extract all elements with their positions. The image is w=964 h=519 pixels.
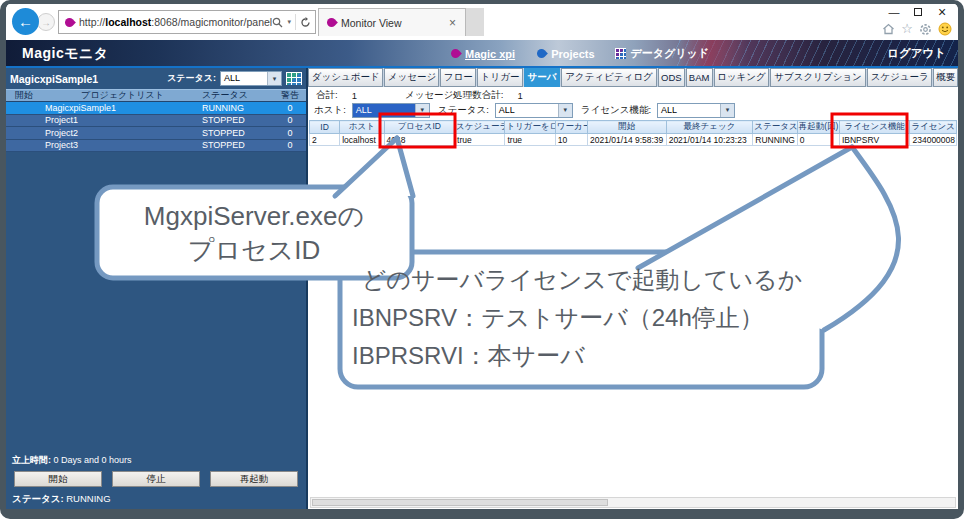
cell-license-feature: IBNPSRV bbox=[839, 134, 910, 146]
host-filter-label: ホスト: bbox=[314, 104, 346, 117]
col-status: ステータス bbox=[200, 89, 276, 102]
license-filter-select[interactable]: ALL▾ bbox=[657, 103, 735, 118]
browser-quick-icons: ☆ bbox=[882, 22, 952, 36]
projects-icon bbox=[535, 47, 548, 60]
gear-icon[interactable] bbox=[919, 23, 932, 36]
project-sidebar: MagicxpiSample1 ステータス: ALL ▾ 開始 プロジェクトリス… bbox=[6, 68, 308, 509]
window-controls: — × bbox=[882, 4, 954, 20]
messages-total-label: メッセージ処理数合計: bbox=[405, 89, 504, 102]
back-icon: ← bbox=[18, 13, 33, 30]
col-start: 開始 bbox=[6, 89, 42, 102]
logout-button[interactable]: ログアウト bbox=[887, 46, 946, 61]
tab-favicon bbox=[325, 16, 338, 29]
col-process-id: プロセスID bbox=[384, 121, 455, 134]
datagrid-icon bbox=[615, 48, 626, 59]
col-warnings: 警告 bbox=[276, 89, 304, 102]
col-project-list: プロジェクトリスト bbox=[42, 89, 200, 102]
tab-subscription[interactable]: サブスクリプション bbox=[770, 68, 866, 87]
refresh-icon[interactable] bbox=[300, 17, 311, 28]
project-row[interactable]: MagicxpiSample1 RUNNING 0 bbox=[6, 102, 306, 115]
status-filter-select[interactable]: ALL▾ bbox=[495, 103, 573, 118]
tab-ods[interactable]: ODS bbox=[658, 68, 685, 87]
nav-item-projects[interactable]: Projects bbox=[535, 48, 594, 60]
sidebar-status-filter-select[interactable]: ALL ▾ bbox=[220, 71, 282, 86]
nav-item-datagrid[interactable]: データグリッド bbox=[615, 46, 710, 61]
cell-id: 2 bbox=[310, 134, 340, 146]
total-value: 1 bbox=[352, 90, 357, 101]
new-tab-stub[interactable] bbox=[466, 8, 484, 36]
chevron-down-icon: ▾ bbox=[558, 104, 572, 117]
cell-workers: 10 bbox=[555, 134, 587, 146]
chevron-down-icon: ▾ bbox=[415, 104, 429, 117]
stop-button[interactable]: 停止 bbox=[112, 471, 200, 487]
cell-process-id: 4048 bbox=[384, 134, 455, 146]
cell-host: localhost bbox=[340, 134, 384, 146]
tab-flow[interactable]: フロー bbox=[440, 68, 476, 87]
col-host: ホスト bbox=[340, 121, 384, 134]
favorites-star-icon[interactable]: ☆ bbox=[901, 23, 913, 35]
smiley-icon[interactable] bbox=[938, 22, 952, 36]
project-row[interactable]: Project1 STOPPED 0 bbox=[6, 115, 306, 128]
app-header: Magicモニタ Magic xpi Projects データグリッド ログアウ… bbox=[6, 40, 958, 66]
screenshot-stage: ← → http://localhost:8068/magicmonitor/p… bbox=[0, 0, 964, 519]
forward-icon: → bbox=[41, 17, 51, 28]
col-trigger: トリガーをロ... bbox=[505, 121, 555, 134]
horizontal-scrollbar[interactable] bbox=[310, 497, 956, 508]
summary-row: 合計: 1 メッセージ処理数合計: 1 bbox=[308, 87, 958, 101]
col-scheduler: スケジューラを... bbox=[455, 121, 505, 134]
messages-total-value: 1 bbox=[517, 90, 522, 101]
cell-status: RUNNING bbox=[753, 134, 797, 146]
address-bar-divider bbox=[295, 14, 296, 30]
tab-close-icon[interactable]: × bbox=[446, 16, 459, 30]
tab-messages[interactable]: メッセージ bbox=[384, 68, 439, 87]
col-restarts: 再起動(回) bbox=[797, 121, 839, 134]
nav-item-magic-xpi[interactable]: Magic xpi bbox=[449, 48, 515, 60]
search-dropdown-icon[interactable]: ▾ bbox=[287, 18, 291, 26]
cell-start: 2021/01/14 9:58:39 bbox=[588, 134, 667, 146]
back-button[interactable]: ← bbox=[12, 8, 39, 35]
maximize-button[interactable] bbox=[906, 4, 930, 20]
license-filter-label: ライセンス機能: bbox=[581, 104, 651, 117]
forward-button[interactable]: → bbox=[37, 13, 55, 31]
start-button[interactable]: 開始 bbox=[14, 471, 102, 487]
host-filter-select[interactable]: ALL▾ bbox=[352, 103, 430, 118]
sidebar-status-filter-label: ステータス: bbox=[167, 72, 216, 85]
col-last-check: 最終チェック bbox=[666, 121, 753, 134]
tab-dashboard[interactable]: ダッシュボード bbox=[308, 68, 383, 87]
search-icon[interactable] bbox=[272, 17, 283, 28]
close-button[interactable]: × bbox=[930, 4, 954, 20]
minimize-button[interactable]: — bbox=[882, 4, 906, 20]
project-row[interactable]: Project3 STOPPED 0 bbox=[6, 140, 306, 153]
magic-xpi-icon bbox=[449, 47, 462, 60]
monitor-tabs: ダッシュボード メッセージ フロー トリガー サーバ アクティビティログ ODS… bbox=[308, 68, 958, 87]
col-id: ID bbox=[310, 121, 340, 134]
tab-activity-log[interactable]: アクティビティログ bbox=[561, 68, 657, 87]
total-label: 合計: bbox=[316, 89, 338, 102]
cell-license-serial: 234000008 bbox=[910, 134, 957, 146]
tab-bam[interactable]: BAM bbox=[686, 68, 713, 87]
project-list: 開始 プロジェクトリスト ステータス 警告 MagicxpiSample1 RU… bbox=[6, 89, 306, 152]
server-table: ID ホスト プロセスID スケジューラを... トリガーをロ... ワーカー … bbox=[309, 120, 957, 146]
tab-title: Monitor View bbox=[341, 17, 446, 29]
add-grid-view-icon[interactable] bbox=[286, 72, 302, 85]
tab-server[interactable]: サーバ bbox=[524, 68, 560, 87]
project-row[interactable]: Project2 STOPPED 0 bbox=[6, 127, 306, 140]
tab-trigger[interactable]: トリガー bbox=[477, 68, 523, 87]
tab-locking[interactable]: ロッキング bbox=[714, 68, 770, 87]
col-license-feature: ライセンス機能 bbox=[839, 121, 910, 134]
server-table-row[interactable]: 2 localhost 4048 true true 10 2021/01/14… bbox=[310, 134, 957, 146]
server-table-header: ID ホスト プロセスID スケジューラを... トリガーをロ... ワーカー … bbox=[310, 121, 957, 134]
chevron-down-icon: ▾ bbox=[267, 72, 281, 85]
tab-overview[interactable]: 概要 bbox=[933, 68, 958, 87]
url-text: http://localhost:8068/magicmonitor/panel… bbox=[79, 16, 272, 28]
browser-tab[interactable]: Monitor View × bbox=[318, 8, 466, 36]
address-bar[interactable]: http://localhost:8068/magicmonitor/panel… bbox=[58, 10, 316, 34]
col-license-serial: ライセンス シリ... bbox=[910, 121, 957, 134]
home-icon[interactable] bbox=[882, 23, 895, 35]
filter-row: ホスト: ALL▾ ステータス: ALL▾ ライセンス機能: ALL▾ bbox=[308, 101, 958, 118]
restart-button[interactable]: 再起動 bbox=[210, 471, 298, 487]
sidebar-status-bar: ステータス: RUNNING bbox=[6, 491, 306, 509]
sidebar-project-title: MagicxpiSample1 bbox=[10, 73, 163, 85]
tab-scheduler[interactable]: スケジューラ bbox=[867, 68, 932, 87]
scrollbar-thumb[interactable] bbox=[312, 499, 608, 506]
